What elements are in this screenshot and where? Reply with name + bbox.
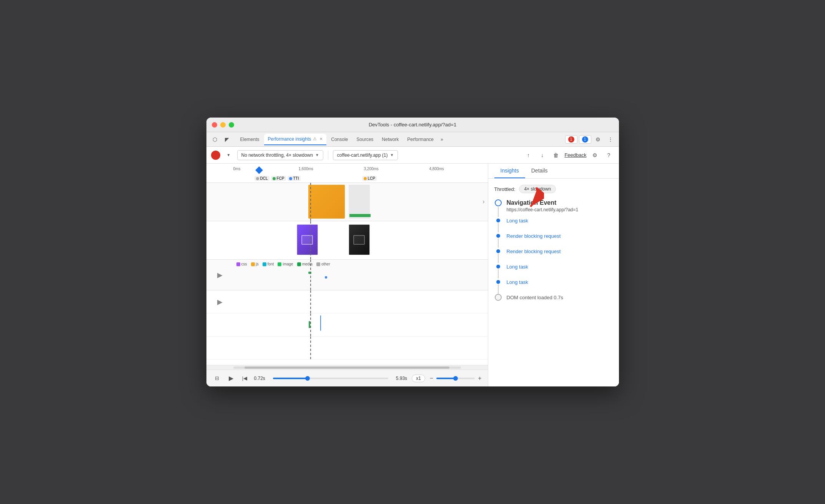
minimize-button[interactable] xyxy=(220,122,226,128)
vert-line-5 xyxy=(498,285,499,294)
nav-event-right: Navigation Event https://coffee-cart.net… xyxy=(507,199,613,217)
time-mark-3200: 3,200ms xyxy=(364,167,379,171)
tti-badge: TTI xyxy=(288,176,301,181)
inspect-icon[interactable]: ◤ xyxy=(222,134,233,145)
tab-elements[interactable]: Elements xyxy=(236,134,263,145)
record-dropdown-icon[interactable]: ▼ xyxy=(223,150,234,161)
chevron-down-icon: ▼ xyxy=(390,153,394,157)
more-tabs-button[interactable]: » xyxy=(438,137,446,142)
right-panel: Insights Details Throttled: 4× slowdown xyxy=(488,164,619,386)
screen-cast-icon[interactable]: ⊟ xyxy=(213,374,222,383)
tab-network[interactable]: Network xyxy=(378,134,403,145)
close-button[interactable] xyxy=(212,122,217,128)
tab-details[interactable]: Details xyxy=(525,164,554,178)
expand-network-icon[interactable]: ▶ xyxy=(217,271,223,279)
settings-icon[interactable]: ⚙ xyxy=(593,134,604,145)
lcp-block xyxy=(308,185,345,219)
image-color-icon xyxy=(278,262,281,266)
import-icon[interactable]: ↓ xyxy=(537,150,547,161)
throttle-row: Throttled: 4× slowdown xyxy=(494,185,613,193)
timeline-scrollbar[interactable] xyxy=(206,365,488,370)
title-bar: DevTools - coffee-cart.netlify.app/?ad=1 xyxy=(206,118,619,132)
screenshot-thumb-1[interactable] xyxy=(297,224,318,255)
row-2-left xyxy=(206,313,233,336)
screenshot-thumb-2[interactable] xyxy=(349,224,370,255)
legend-css: css xyxy=(236,262,247,266)
network-throttle-dropdown[interactable]: No network throttling, 4× slowdown ▼ xyxy=(237,150,323,160)
network-legend: css js font image xyxy=(233,260,488,269)
zoom-handle[interactable] xyxy=(453,376,458,381)
green-bar xyxy=(349,214,371,217)
export-icon[interactable]: ↑ xyxy=(523,150,534,161)
long-task-2-item: Long task xyxy=(494,263,613,279)
long-task-1-link[interactable]: Long task xyxy=(507,218,528,224)
js-color-icon xyxy=(251,262,255,266)
cursor-icon[interactable]: ⬡ xyxy=(210,134,220,145)
long-task-2-right: Long task xyxy=(507,263,613,279)
messages-button[interactable]: 1 xyxy=(579,135,591,144)
zoom-out-icon[interactable]: − xyxy=(430,375,433,382)
timeline-header: 0ms 1,600ms 3,200ms 4,800ms DCL xyxy=(206,164,488,183)
throttle-value[interactable]: 4× slowdown xyxy=(519,185,556,193)
range-handle[interactable] xyxy=(305,376,310,381)
media-color-icon xyxy=(297,262,301,266)
scrollbar-thumb[interactable] xyxy=(245,366,449,369)
dom-event-item: DOM content loaded 0.7s xyxy=(494,294,613,305)
vert-line-3 xyxy=(498,254,499,263)
speed-badge[interactable]: x1 xyxy=(412,375,425,382)
filmstrip-content: › xyxy=(233,183,488,221)
errors-button[interactable]: 1 xyxy=(565,135,577,144)
record-button[interactable] xyxy=(211,151,220,160)
timeline-left-col xyxy=(206,167,233,182)
tab-close-icon[interactable]: ✕ xyxy=(319,137,323,141)
long-task-3-link[interactable]: Long task xyxy=(507,279,528,285)
render-blocking-1-left xyxy=(494,232,502,248)
network-content: css js font image xyxy=(233,260,488,290)
tab-console[interactable]: Console xyxy=(327,134,352,145)
nav-vert-line xyxy=(498,207,499,217)
long-task-1-item: Long task xyxy=(494,217,613,232)
dom-event-right: DOM content loaded 0.7s xyxy=(507,294,613,305)
screenshots-content xyxy=(233,221,488,259)
more-options-icon[interactable]: ⋮ xyxy=(605,134,616,145)
zoom-slider[interactable] xyxy=(436,378,475,379)
screenshots-left xyxy=(206,221,233,259)
expand-row1-icon[interactable]: ▶ xyxy=(217,298,223,306)
vert-line-2 xyxy=(498,239,499,248)
dom-circle-icon xyxy=(495,294,502,301)
maximize-button[interactable] xyxy=(229,122,234,128)
tti-dot xyxy=(289,177,292,180)
feedback-link[interactable]: Feedback xyxy=(564,152,586,158)
long-task-2-link[interactable]: Long task xyxy=(507,264,528,270)
play-button[interactable]: ▶ xyxy=(226,374,236,383)
time-range-slider[interactable] xyxy=(273,378,388,379)
filmstrip-left xyxy=(206,183,233,221)
tab-performance-insights[interactable]: Performance insights ⚠ ✕ xyxy=(264,134,327,145)
skip-to-start-button[interactable]: |◀ xyxy=(240,374,249,383)
url-selector-dropdown[interactable]: coffee-cart.netlify.app (1) ▼ xyxy=(333,150,398,160)
time-mark-0: 0ms xyxy=(233,167,241,171)
render-blocking-2-link[interactable]: Render blocking request xyxy=(507,249,561,254)
zoom-in-icon[interactable]: + xyxy=(478,375,481,382)
tab-insights[interactable]: Insights xyxy=(494,164,525,178)
long-task-3-left xyxy=(494,279,502,294)
delete-icon[interactable]: 🗑 xyxy=(551,150,561,161)
tab-sources[interactable]: Sources xyxy=(353,134,377,145)
tab-performance[interactable]: Performance xyxy=(403,134,437,145)
timeline-panel: 0ms 1,600ms 3,200ms 4,800ms DCL xyxy=(206,164,488,386)
help-icon[interactable]: ? xyxy=(604,150,614,161)
long-task-2-left xyxy=(494,263,502,279)
render-blocking-1-link[interactable]: Render blocking request xyxy=(507,233,561,239)
dcl-dot xyxy=(256,177,259,180)
dot-icon xyxy=(496,234,500,238)
network-row: ▶ css js font xyxy=(206,260,488,290)
settings-gear-icon[interactable]: ⚙ xyxy=(590,150,600,161)
expand-right-icon[interactable]: › xyxy=(482,198,484,205)
network-item-blue xyxy=(325,276,327,279)
scrollbar-track[interactable] xyxy=(233,366,461,369)
legend-image: image xyxy=(278,262,293,266)
long-task-3-item: Long task xyxy=(494,279,613,294)
render-blocking-2-left xyxy=(494,248,502,263)
toolbar: ▼ No network throttling, 4× slowdown ▼ c… xyxy=(206,147,619,164)
row-3-content xyxy=(233,337,488,359)
